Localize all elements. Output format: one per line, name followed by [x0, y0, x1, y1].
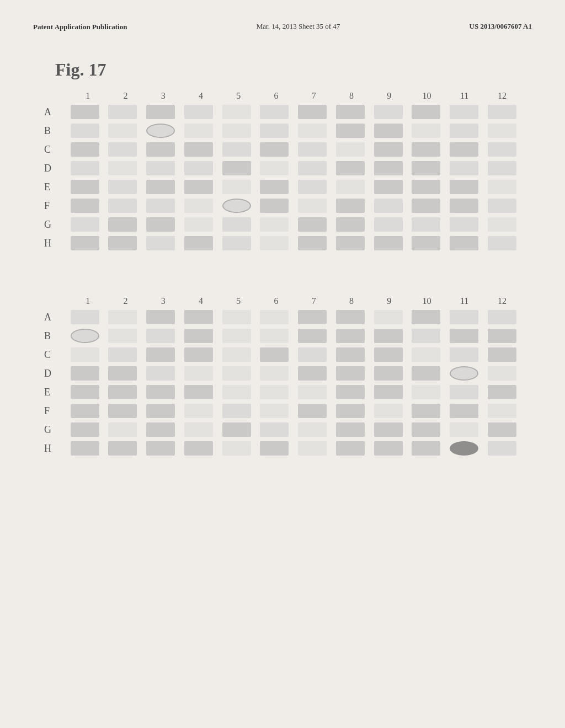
cell-2-C2: [104, 346, 142, 363]
cell-2-C3: [142, 346, 180, 363]
cell-2-B3: [142, 327, 180, 345]
grid-row-2-F: F: [44, 402, 521, 420]
cell-D10: [407, 159, 445, 177]
cell-C9: [369, 141, 407, 158]
cell-B1: [66, 122, 104, 140]
row-label-2-E: E: [44, 387, 66, 398]
cell-2-B6: [255, 327, 294, 345]
cell-2-H12: [483, 440, 521, 457]
cell-2-A1: [66, 308, 104, 326]
cell-2-C7: [294, 346, 332, 363]
row-label-C: C: [44, 144, 66, 156]
cell-C7: [294, 141, 332, 158]
col-header-2-9: 9: [370, 296, 408, 306]
grid-row-2-H: H: [44, 440, 521, 457]
cell-C11: [445, 141, 483, 158]
row-label-2-F: F: [44, 405, 66, 417]
cell-C8: [331, 141, 369, 158]
cell-2-H3: [142, 440, 180, 457]
cell-D8: [331, 159, 369, 177]
cell-2-F12: [483, 402, 521, 420]
grid-row-C: C: [44, 141, 521, 158]
cell-A5: [217, 103, 255, 121]
cell-D12: [483, 159, 521, 177]
row-label-E: E: [44, 181, 66, 193]
patent-number-label: US 2013/0067607 A1: [470, 22, 532, 30]
col-header-2-7: 7: [295, 296, 333, 306]
grid-row-2-C: C: [44, 346, 521, 363]
cell-2-B1: [66, 327, 104, 345]
cell-H1: [66, 234, 104, 252]
cell-2-D9: [369, 365, 407, 382]
row-label-2-B: B: [44, 330, 66, 342]
cell-2-H7: [294, 440, 332, 457]
cell-C3: [142, 141, 180, 158]
cell-D2: [104, 159, 142, 177]
cell-C2: [104, 141, 142, 158]
cell-2-C11: [445, 346, 483, 363]
cell-2-G9: [369, 421, 407, 438]
cell-2-B11: [445, 327, 483, 345]
cell-B9: [369, 122, 407, 140]
cell-D4: [179, 159, 217, 177]
grid-row-E: E: [44, 178, 521, 196]
col-header-2-6: 6: [257, 296, 295, 306]
cell-H10: [407, 234, 445, 252]
col-header-10: 10: [408, 91, 445, 101]
cell-2-B7: [294, 327, 332, 345]
figure-title: Fig. 17: [0, 43, 565, 85]
cell-F6: [255, 197, 294, 215]
col-header-2-1: 1: [69, 296, 106, 306]
grid-row-D: D: [44, 159, 521, 177]
cell-2-E4: [179, 383, 217, 401]
cell-2-F10: [407, 402, 445, 420]
cell-2-G1: [66, 421, 104, 438]
cell-2-H4: [179, 440, 217, 457]
cell-A9: [369, 103, 407, 121]
cell-2-C12: [483, 346, 521, 363]
cell-2-F5: [217, 402, 255, 420]
cell-C12: [483, 141, 521, 158]
cell-2-C1: [66, 346, 104, 363]
cell-2-E3: [142, 383, 180, 401]
cell-2-H9: [369, 440, 407, 457]
cell-2-D2: [104, 365, 142, 382]
cell-2-F9: [369, 402, 407, 420]
cell-2-E8: [331, 383, 369, 401]
row-label-2-C: C: [44, 349, 66, 361]
cell-2-D12: [483, 365, 521, 382]
cell-2-A12: [483, 308, 521, 326]
cell-2-G8: [331, 421, 369, 438]
cell-2-F1: [66, 402, 104, 420]
cell-2-B10: [407, 327, 445, 345]
header-left: Patent Application Publication: [33, 22, 127, 32]
col-header-5: 5: [220, 91, 257, 101]
cell-2-A10: [407, 308, 445, 326]
col-header-8: 8: [333, 91, 370, 101]
cell-E12: [483, 178, 521, 196]
cell-C4: [179, 141, 217, 158]
cell-2-B8: [331, 327, 369, 345]
header-center: Mar. 14, 2013 Sheet 35 of 47: [257, 22, 340, 31]
cell-2-D5: [217, 365, 255, 382]
cell-F12: [483, 197, 521, 215]
cell-2-D8: [331, 365, 369, 382]
cell-2-H8: [331, 440, 369, 457]
cell-2-C6: [255, 346, 294, 363]
col-header-2-3: 3: [145, 296, 182, 306]
cell-2-G6: [255, 421, 294, 438]
cell-G12: [483, 216, 521, 233]
row-label-H: H: [44, 238, 66, 249]
cell-2-H1: [66, 440, 104, 457]
grid-row-2-E: E: [44, 383, 521, 401]
cell-2-G12: [483, 421, 521, 438]
row-label-F: F: [44, 200, 66, 212]
cell-B10: [407, 122, 445, 140]
cell-2-F4: [179, 402, 217, 420]
cell-2-G5: [217, 421, 255, 438]
cell-F4: [179, 197, 217, 215]
cell-2-F3: [142, 402, 180, 420]
row-label-2-G: G: [44, 424, 66, 436]
cell-2-E12: [483, 383, 521, 401]
col-header-11: 11: [446, 91, 483, 101]
